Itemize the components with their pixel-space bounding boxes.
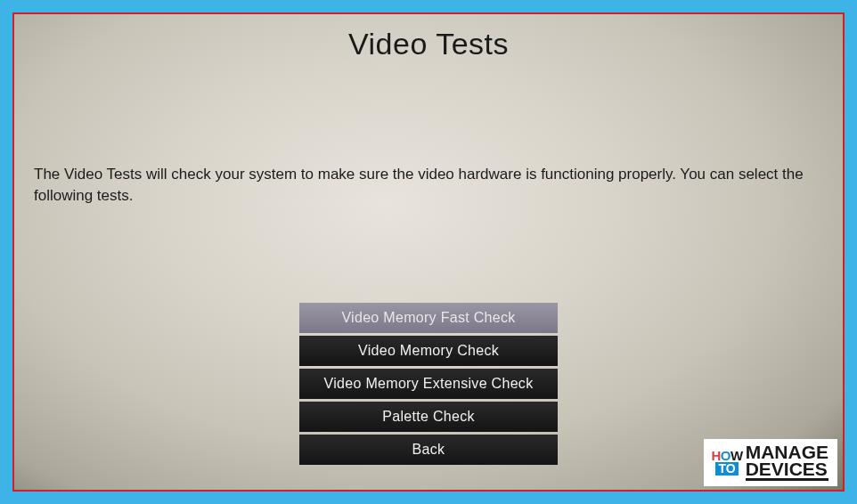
bios-screen: Video Tests The Video Tests will check y…: [12, 12, 845, 492]
video-memory-check-button[interactable]: Video Memory Check: [299, 336, 558, 366]
page-title: Video Tests: [14, 27, 843, 61]
watermark-devices: DEVICES: [746, 461, 828, 481]
description-text: The Video Tests will check your system t…: [34, 164, 834, 207]
watermark-howto: HOW TO: [711, 450, 742, 476]
watermark-how: HOW: [711, 450, 742, 462]
palette-check-button[interactable]: Palette Check: [299, 402, 558, 432]
watermark-logo: HOW TO MANAGE DEVICES: [704, 439, 837, 486]
video-memory-fast-check-button[interactable]: Video Memory Fast Check: [299, 303, 558, 333]
watermark-main: MANAGE DEVICES: [746, 444, 828, 481]
video-memory-extensive-check-button[interactable]: Video Memory Extensive Check: [299, 369, 558, 399]
menu-button-stack: Video Memory Fast Check Video Memory Che…: [299, 303, 558, 465]
back-button[interactable]: Back: [299, 435, 558, 465]
watermark-to: TO: [715, 462, 738, 476]
